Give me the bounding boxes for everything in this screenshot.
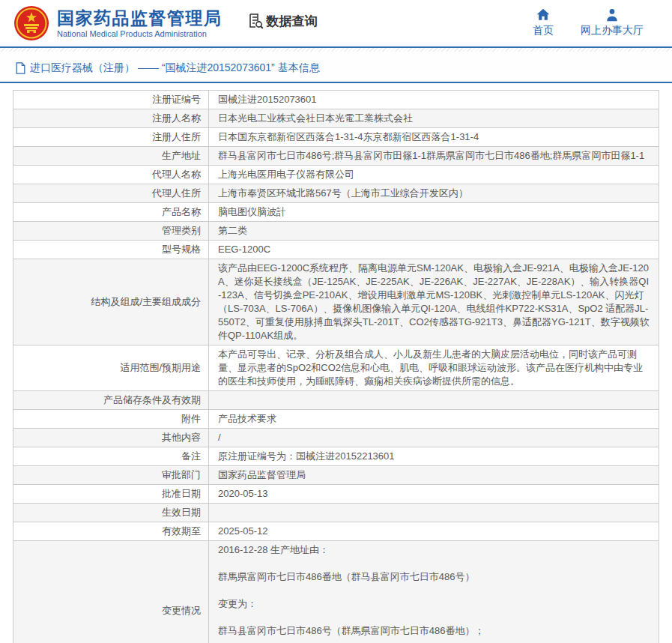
field-label: 批准日期 <box>13 485 209 504</box>
table-row: 生产地址群马县富冈市七日市486号;群马县富冈市田篠1-1群馬県富岡市七日市48… <box>13 147 659 166</box>
table-row: 备注原注册证编号为：国械注进20152213601 <box>13 447 659 466</box>
nav-home[interactable]: 首页 <box>533 7 554 37</box>
table-row: 适用范围/预期用途本产品可导出、记录、分析及组合成人、小儿及新生儿患者的大脑皮层… <box>13 345 659 391</box>
field-value: 原注册证编号为：国械注进20152213601 <box>209 447 659 466</box>
field-label: 产品名称 <box>13 203 209 222</box>
home-icon <box>536 7 551 22</box>
table-row: 结构及组成/主要组成成分该产品由EEG-1200C系统程序、隔离电源单元SM-1… <box>13 259 659 345</box>
breadcrumb: 进口医疗器械（注册） —— “国械注进20152073601” 基本信息 <box>0 52 672 83</box>
field-label: 代理人住所 <box>13 184 209 203</box>
data-query-label: 数据查询 <box>267 13 318 30</box>
field-value: 群马县富冈市七日市486号;群马县富冈市田篠1-1群馬県富岡市七日市486番地;… <box>209 147 659 166</box>
nav-home-label: 首页 <box>533 24 554 37</box>
table-row: 批准日期2020-05-13 <box>13 485 659 504</box>
org-title-block: 国家药品监督管理局 National Medical Products Admi… <box>57 8 223 38</box>
field-label: 注册证编号 <box>13 91 209 109</box>
field-value: 日本光电工业株式会社日本光電工業株式会社 <box>209 109 659 128</box>
field-value: / <box>209 429 659 447</box>
field-label: 备注 <box>13 447 209 466</box>
table-row: 代理人住所上海市奉贤区环城北路567号（上海市工业综合开发区内） <box>13 184 659 203</box>
site-header: 国家药品监督管理局 National Medical Products Admi… <box>0 0 672 46</box>
field-label: 代理人名称 <box>13 166 209 184</box>
field-label: 适用范围/预期用途 <box>13 345 209 391</box>
field-label: 审批部门 <box>13 466 209 485</box>
field-value: 上海光电医用电子仪器有限公司 <box>209 166 659 184</box>
field-label: 生效日期 <box>13 504 209 522</box>
field-value: 本产品可导出、记录、分析及组合成人、小儿及新生儿患者的大脑皮层活动电位，同时该产… <box>209 345 659 391</box>
field-value: 该产品由EEG-1200C系统程序、隔离电源单元SM-120AK、电极输入盒JE… <box>209 259 659 345</box>
table-row: 附件产品技术要求 <box>13 410 659 429</box>
field-value: 上海市奉贤区环城北路567号（上海市工业综合开发区内） <box>209 184 659 203</box>
table-row: 审批部门国家药品监督管理局 <box>13 466 659 485</box>
org-name-en: National Medical Products Administration <box>57 29 223 38</box>
registration-table-body: 注册证编号国械注进20152073601注册人名称日本光电工业株式会社日本光電工… <box>13 91 659 643</box>
field-value: EEG-1200C <box>209 241 659 259</box>
field-label: 附件 <box>13 410 209 429</box>
field-value: 2020-05-13 <box>209 485 659 504</box>
document-icon <box>15 62 26 74</box>
org-name-zh: 国家药品监督管理局 <box>57 8 223 28</box>
registration-table: 注册证编号国械注进20152073601注册人名称日本光电工业株式会社日本光電工… <box>13 90 659 643</box>
table-row: 注册人住所日本国东京都新宿区西落合1-31-4东京都新宿区西落合1-31-4 <box>13 128 659 147</box>
field-label: 管理类别 <box>13 222 209 241</box>
field-label: 型号规格 <box>13 241 209 259</box>
table-row: 产品名称脑电图仪脑波計 <box>13 203 659 222</box>
field-label: 结构及组成/主要组成成分 <box>13 259 209 345</box>
table-row: 型号规格EEG-1200C <box>13 241 659 259</box>
nmpa-emblem-logo <box>13 5 49 41</box>
table-row: 生效日期 <box>13 504 659 522</box>
data-query-tab[interactable]: 数据查询 <box>246 12 318 30</box>
field-label: 注册人住所 <box>13 128 209 147</box>
field-value: 日本国东京都新宿区西落合1-31-4东京都新宿区西落合1-31-4 <box>209 128 659 147</box>
table-row: 变更情况2016-12-28 生产地址由： 群馬県富岡市七日市486番地（群马县… <box>13 541 659 643</box>
field-label: 变更情况 <box>13 541 209 643</box>
table-row: 其他内容/ <box>13 429 659 447</box>
field-value: 产品技术要求 <box>209 410 659 429</box>
field-label: 其他内容 <box>13 429 209 447</box>
field-label: 有效期至 <box>13 522 209 541</box>
table-row: 管理类别第二类 <box>13 222 659 241</box>
nav-online-hall[interactable]: 网上办事大厅 <box>581 7 644 37</box>
user-icon <box>605 7 620 22</box>
field-label: 生产地址 <box>13 147 209 166</box>
data-query-icon <box>246 12 264 30</box>
field-value <box>209 504 659 522</box>
field-value: 国家药品监督管理局 <box>209 466 659 485</box>
table-row: 产品储存条件及有效期 <box>13 391 659 410</box>
table-row: 有效期至2025-05-12 <box>13 522 659 541</box>
field-value <box>209 391 659 410</box>
field-value: 国械注进20152073601 <box>209 91 659 109</box>
header-nav: 首页 网上办事大厅 <box>533 7 672 37</box>
field-value: 脑电图仪脑波計 <box>209 203 659 222</box>
table-row: 注册人名称日本光电工业株式会社日本光電工業株式会社 <box>13 109 659 128</box>
table-row: 注册证编号国械注进20152073601 <box>13 91 659 109</box>
nav-online-hall-label: 网上办事大厅 <box>581 24 644 37</box>
field-value: 2016-12-28 生产地址由： 群馬県富岡市七日市486番地（群马县富冈市七… <box>209 541 659 643</box>
field-value: 第二类 <box>209 222 659 241</box>
table-row: 代理人名称上海光电医用电子仪器有限公司 <box>13 166 659 184</box>
field-value: 2025-05-12 <box>209 522 659 541</box>
field-label: 注册人名称 <box>13 109 209 128</box>
breadcrumb-text: 进口医疗器械（注册） —— “国械注进20152073601” 基本信息 <box>30 61 320 75</box>
field-label: 产品储存条件及有效期 <box>13 391 209 410</box>
